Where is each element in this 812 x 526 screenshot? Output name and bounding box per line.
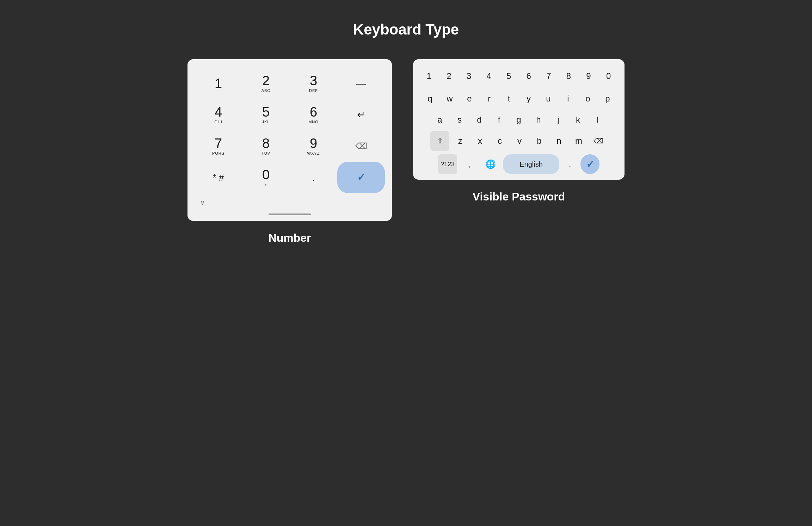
key-6[interactable]: 6 MNO [290, 99, 337, 130]
key-star-hash[interactable]: * # [195, 162, 242, 193]
q-key-g[interactable]: g [510, 110, 528, 130]
num-keyboard-bottom: ∨ [195, 196, 385, 209]
qwerty-checkmark-icon: ✓ [586, 159, 594, 170]
shift-key[interactable]: ⇧ [430, 131, 449, 151]
q-key-6[interactable]: 6 [520, 66, 538, 86]
q-key-v[interactable]: v [511, 131, 528, 151]
qwerty-keyboard-wrapper: 1 2 3 4 5 6 7 8 9 0 q w e r t [413, 59, 625, 180]
qwerty-confirm-key[interactable]: ✓ [580, 154, 599, 174]
q-key-i[interactable]: i [559, 89, 577, 109]
number-keyboard-wrapper: 1 2 ABC 3 DEF — 4 GHI [187, 59, 392, 221]
globe-key[interactable]: 🌐 [482, 154, 499, 174]
q-key-3[interactable]: 3 [460, 66, 478, 86]
q-key-d[interactable]: d [470, 110, 488, 130]
q-key-c[interactable]: c [491, 131, 509, 151]
number-keyboard-section: 1 2 ABC 3 DEF — 4 GHI [187, 59, 392, 245]
q-key-5[interactable]: 5 [500, 66, 518, 86]
q-key-9[interactable]: 9 [580, 66, 598, 86]
q-key-w[interactable]: w [441, 89, 459, 109]
shift-icon: ⇧ [437, 136, 443, 146]
key-5[interactable]: 5 JKL [242, 99, 290, 130]
q-key-b[interactable]: b [530, 131, 548, 151]
chevron-down-icon[interactable]: ∨ [195, 196, 210, 209]
key-dash[interactable]: — [337, 68, 385, 99]
q-key-p[interactable]: p [599, 89, 616, 109]
qwerty-row3: ⇧ z x c v b n m ⌫ [419, 131, 619, 151]
key-8[interactable]: 8 TUV [242, 130, 290, 162]
key-backspace[interactable]: ⌫ [337, 130, 385, 162]
key-4[interactable]: 4 GHI [195, 99, 242, 130]
qwerty-keyboard: 1 2 3 4 5 6 7 8 9 0 q w e r t [419, 66, 619, 174]
home-indicator [269, 214, 311, 215]
q-key-4[interactable]: 4 [480, 66, 498, 86]
qwerty-row1: q w e r t y u i o p [419, 89, 619, 109]
page-title: Keyboard Type [353, 21, 459, 38]
globe-icon: 🌐 [485, 159, 496, 169]
spacebar-english[interactable]: English [503, 154, 559, 174]
q-key-t[interactable]: t [500, 89, 518, 109]
qwerty-row2: a s d f g h j k l [419, 110, 619, 130]
number-keyboard-label: Number [269, 231, 311, 245]
q-key-r[interactable]: r [480, 89, 498, 109]
number-keyboard: 1 2 ABC 3 DEF — 4 GHI [195, 68, 385, 193]
q-key-7[interactable]: 7 [540, 66, 558, 86]
q-key-l[interactable]: l [589, 110, 607, 130]
q-key-j[interactable]: j [549, 110, 567, 130]
q-key-m[interactable]: m [570, 131, 588, 151]
key-9[interactable]: 9 WXYZ [290, 130, 337, 162]
q-key-0[interactable]: 0 [599, 66, 617, 86]
q-key-s[interactable]: s [451, 110, 468, 130]
period-key[interactable]: . [563, 159, 577, 170]
key-7[interactable]: 7 PQRS [195, 130, 242, 162]
q-key-k[interactable]: k [569, 110, 587, 130]
key-3[interactable]: 3 DEF [290, 68, 337, 99]
comma-key[interactable]: , [461, 154, 478, 174]
backspace-icon: ⌫ [355, 141, 367, 151]
key-confirm-num[interactable]: ✓ [337, 162, 385, 193]
numbers-toggle-button[interactable]: ?123 [438, 154, 457, 174]
q-key-x[interactable]: x [471, 131, 489, 151]
q-key-z[interactable]: z [451, 131, 469, 151]
keyboards-container: 1 2 ABC 3 DEF — 4 GHI [177, 59, 635, 245]
q-key-u[interactable]: u [540, 89, 557, 109]
q-key-o[interactable]: o [579, 89, 597, 109]
key-0[interactable]: 0 + [242, 162, 290, 193]
q-key-f[interactable]: f [490, 110, 508, 130]
q-key-1[interactable]: 1 [420, 66, 438, 86]
key-enter[interactable]: ↵ [337, 99, 385, 130]
checkmark-icon: ✓ [357, 172, 365, 183]
q-key-y[interactable]: y [520, 89, 537, 109]
q-key-q[interactable]: q [421, 89, 439, 109]
q-key-h[interactable]: h [530, 110, 547, 130]
qwerty-keyboard-label: Visible Password [473, 190, 565, 203]
q-key-n[interactable]: n [550, 131, 568, 151]
q-key-2[interactable]: 2 [440, 66, 458, 86]
qwerty-backspace-key[interactable]: ⌫ [590, 131, 607, 151]
key-1[interactable]: 1 [195, 68, 242, 99]
num-row: 1 2 3 4 5 6 7 8 9 0 [419, 66, 619, 86]
q-key-e[interactable]: e [461, 89, 478, 109]
qwerty-bottom-row: ?123 , 🌐 English . ✓ [419, 154, 619, 174]
q-key-8[interactable]: 8 [560, 66, 578, 86]
home-indicator-container [195, 214, 385, 215]
qwerty-keyboard-section: 1 2 3 4 5 6 7 8 9 0 q w e r t [413, 59, 625, 203]
q-key-a[interactable]: a [431, 110, 449, 130]
key-period[interactable]: . [290, 162, 337, 193]
key-2[interactable]: 2 ABC [242, 68, 290, 99]
qwerty-backspace-icon: ⌫ [593, 137, 603, 145]
